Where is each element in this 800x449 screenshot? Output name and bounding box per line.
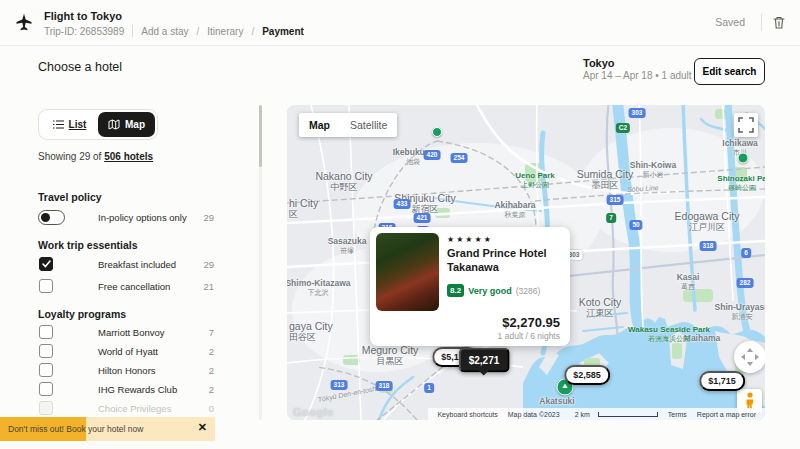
terms-link[interactable]: Terms: [663, 411, 692, 418]
rating-label: Very good: [468, 286, 512, 296]
toggle-knob: [41, 213, 50, 222]
check-icon: [42, 260, 51, 268]
choice-filter-row: Choice Privileges 0: [38, 401, 214, 417]
hotel-photo: [376, 233, 439, 311]
marriott-label: Marriott Bonvoy: [98, 327, 165, 338]
trip-title: Flight to Tokyo: [44, 10, 122, 22]
route-badge: 50: [629, 220, 642, 230]
map-type-control: Map Satellite: [299, 113, 397, 137]
scrollbar-thumb[interactable]: [259, 105, 262, 167]
ihg-count: 2: [209, 384, 214, 395]
map-scale: 2 km: [565, 411, 663, 418]
view-toggle: List Map: [38, 109, 158, 140]
banner-close-button[interactable]: ✕: [198, 421, 207, 434]
banner-text: Don't miss out! Book your hotel now: [8, 424, 143, 434]
results-count-text: Showing 29 of: [38, 151, 104, 162]
list-icon: [53, 120, 64, 129]
loyalty-title: Loyalty programs: [38, 308, 126, 320]
pan-control[interactable]: [734, 341, 765, 373]
free-cancellation-filter-row: Free cancellation 21: [38, 279, 214, 295]
map-label-edogawa: Edogawa City江戸川区: [675, 211, 740, 233]
hyatt-checkbox[interactable]: [39, 344, 53, 358]
route-badge-expressway: 7: [606, 213, 616, 223]
route-badge: 318: [376, 381, 393, 391]
hotel-price: $2,270.95: [502, 315, 560, 330]
breadcrumb-separator: /: [251, 26, 254, 37]
keyboard-shortcuts-link[interactable]: Keyboard shortcuts: [432, 411, 502, 418]
hyatt-count: 2: [209, 346, 214, 357]
route-badge: 1: [424, 383, 434, 393]
route-badge: 6: [741, 248, 751, 258]
route-badge: 303: [629, 108, 646, 118]
airplane-icon: [14, 12, 34, 32]
map-label-wakasu-park: Wakasu Seaside Park若洲海浜公園: [628, 325, 710, 343]
header-subrow: Trip-ID: 26853989 Add a stay / Itinerary…: [44, 25, 304, 37]
trip-id: Trip-ID: 26853989: [44, 26, 124, 37]
in-policy-count: 29: [203, 212, 214, 223]
map-view-label: Map: [125, 119, 145, 130]
leaf-icon: [562, 384, 569, 391]
map-data-credit: Map data ©2023: [503, 411, 565, 418]
breadcrumb-separator: /: [197, 26, 200, 37]
hotel-price-pin-selected[interactable]: $2,271: [459, 348, 510, 373]
route-badge: 318: [700, 241, 717, 251]
map-label-shimokitazawa: Shimo-Kitazawa下北沢: [287, 279, 351, 297]
map-type-satellite-button[interactable]: Satellite: [340, 113, 397, 137]
breadcrumb-itinerary[interactable]: Itinerary: [207, 26, 243, 37]
hotel-card[interactable]: ★★★★★ Grand Prince Hotel Takanawa 8.2 Ve…: [370, 227, 570, 346]
in-policy-label: In-policy options only: [98, 212, 187, 223]
map-label-shinozaki-park: Shinozaki Pa篠崎公園: [717, 174, 765, 192]
hotel-rating-row: 8.2 Very good (3286): [447, 284, 540, 297]
fullscreen-button[interactable]: [734, 113, 758, 137]
choice-checkbox[interactable]: [39, 401, 53, 415]
park-poi-icon: [432, 127, 442, 137]
breakfast-filter-row: Breakfast included 29: [38, 257, 214, 273]
map-label-sasazuka: Sasazuka笹塚: [328, 237, 367, 255]
route-badge: 421: [414, 213, 431, 223]
header-divider: [132, 25, 133, 37]
travel-policy-title: Travel policy: [38, 191, 102, 203]
map-label-akihabara: Akihabara秋葉原: [494, 201, 535, 219]
map-type-map-button[interactable]: Map: [299, 113, 340, 137]
scale-bar: [598, 412, 658, 417]
hilton-count: 2: [209, 365, 214, 376]
route-badge: 282: [737, 278, 754, 288]
hotel-price-pin[interactable]: $1,715: [699, 371, 745, 391]
free-cancellation-count: 21: [203, 281, 214, 292]
hilton-checkbox[interactable]: [39, 363, 53, 377]
in-policy-filter-row: In-policy options only 29: [38, 210, 214, 226]
breakfast-label: Breakfast included: [98, 259, 176, 270]
results-total-link[interactable]: 506 hotels: [104, 151, 153, 162]
map-label-sumida: Sumida City墨田区: [577, 169, 634, 191]
hotel-stars: ★★★★★: [447, 235, 493, 244]
marriott-count: 7: [209, 327, 214, 338]
hotel-map[interactable]: Nakano City中野区 Shinjuku City新宿区 Sumida C…: [287, 105, 765, 420]
google-logo: Google: [293, 406, 334, 418]
edit-search-button[interactable]: Edit search: [694, 58, 765, 85]
breadcrumb-add-a-stay[interactable]: Add a stay: [141, 26, 188, 37]
header-divider: [761, 14, 762, 31]
sidebar-scrollbar[interactable]: [259, 105, 262, 420]
fullscreen-icon: [738, 117, 754, 133]
choice-label: Choice Privileges: [98, 403, 171, 414]
ihg-filter-row: IHG Rewards Club 2: [38, 382, 214, 398]
map-label-kasai: Kasai葛西: [677, 273, 700, 291]
map-label-shinkoiwa: Shin-Koiwa新小岩: [630, 161, 676, 179]
map-label-suginami-partial: hi City区: [289, 198, 318, 220]
map-label-setagaya-partial: gaya City田谷区: [289, 321, 333, 343]
delete-trip-button[interactable]: [770, 14, 788, 32]
breakfast-checkbox[interactable]: [39, 257, 53, 271]
free-cancellation-label: Free cancellation: [98, 281, 170, 292]
route-badge: 313: [331, 380, 348, 390]
free-cancellation-checkbox[interactable]: [39, 279, 53, 293]
saved-status: Saved: [715, 16, 745, 28]
list-view-button[interactable]: List: [41, 112, 98, 137]
report-error-link[interactable]: Report a map error: [692, 411, 761, 418]
ihg-checkbox[interactable]: [39, 382, 53, 396]
in-policy-toggle[interactable]: [38, 210, 65, 225]
page-title: Choose a hotel: [38, 60, 122, 74]
breadcrumb-payment[interactable]: Payment: [262, 26, 304, 37]
hotel-price-pin[interactable]: $2,585: [564, 365, 610, 385]
map-view-button[interactable]: Map: [98, 112, 155, 137]
marriott-checkbox[interactable]: [39, 325, 53, 339]
